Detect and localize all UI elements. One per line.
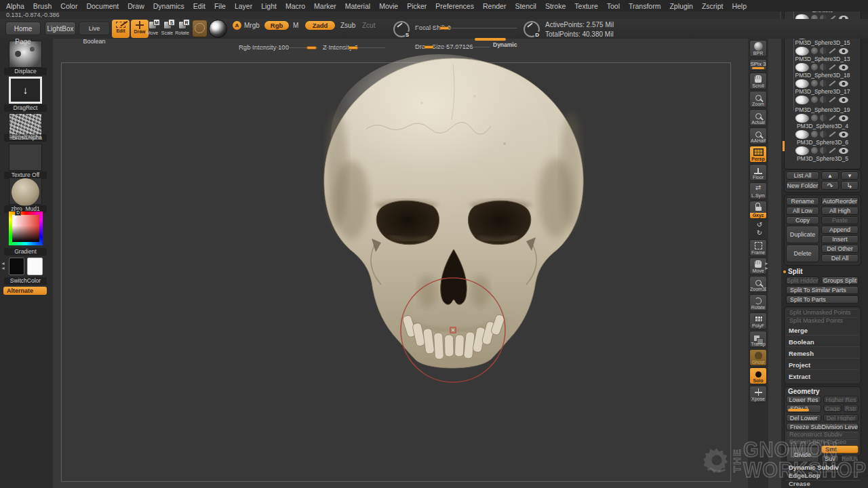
texture-thumbnail[interactable] — [9, 144, 42, 171]
append-button[interactable]: Append — [821, 226, 859, 234]
menu-dynamics[interactable]: Dynamics — [153, 2, 184, 10]
skull-model[interactable] — [0, 0, 868, 488]
m-button[interactable]: M — [293, 22, 298, 29]
subtool-name[interactable]: PM3D_Sphere3D_6 — [785, 139, 861, 146]
uv-icon[interactable] — [820, 64, 827, 70]
subtool-item[interactable] — [795, 129, 858, 139]
freeze-subdivision-button[interactable]: Freeze SubDivision Levels — [786, 423, 859, 430]
zadd-button[interactable]: Zadd — [305, 21, 335, 30]
color-picker[interactable]: D — [9, 211, 43, 245]
sculpt-icon[interactable] — [829, 81, 836, 86]
geometry-section-header[interactable]: Geometry — [788, 388, 820, 395]
transparency-button[interactable]: Transp — [749, 331, 767, 348]
uv-icon[interactable] — [820, 131, 827, 138]
live-boolean-button[interactable]: Live Boolean — [79, 22, 110, 35]
duplicate-button[interactable]: Duplicate — [786, 226, 819, 243]
subtool-down-button[interactable]: ▼ — [841, 171, 859, 180]
divide-button[interactable]: Divide — [786, 447, 819, 462]
uv-icon[interactable] — [820, 96, 827, 103]
all-low-button[interactable]: All Low — [786, 207, 819, 215]
scale-button[interactable]: S Scale — [160, 20, 174, 38]
subtool-item[interactable] — [795, 113, 858, 123]
delete-button[interactable]: Delete — [786, 245, 819, 262]
anchor-a-badge[interactable]: A — [233, 21, 241, 30]
visibility-eye-icon[interactable] — [839, 97, 848, 103]
menu-macro[interactable]: Macro — [285, 2, 305, 10]
zoom3d-button[interactable]: Zoom3D — [749, 276, 767, 293]
del-all-button[interactable]: Del All — [821, 254, 859, 262]
frame-button[interactable]: Frame — [749, 239, 767, 256]
slider-handle[interactable] — [424, 45, 434, 49]
stroke-thumbnail[interactable]: ↓ — [9, 77, 42, 104]
slider-handle[interactable] — [439, 26, 450, 30]
split-section-header[interactable]: Split — [788, 268, 803, 275]
d-dial-icon[interactable]: D — [524, 21, 540, 37]
subtool-name[interactable]: PM3D_Sphere3D_19 — [785, 106, 861, 113]
zsub-button[interactable]: Zsub — [340, 22, 355, 29]
rotate-right-icon[interactable]: ↻ — [754, 230, 765, 237]
xpose-button[interactable]: Xpose — [749, 386, 767, 403]
suv-toggle[interactable]: Suv — [821, 455, 839, 462]
viewport-canvas[interactable] — [45, 39, 781, 488]
uv-icon[interactable] — [820, 80, 827, 87]
lower-res-button[interactable]: Lower Res — [786, 396, 821, 403]
menu-tool[interactable]: Tool — [607, 2, 620, 10]
mrgb-button[interactable]: Mrgb — [244, 22, 260, 29]
polypaint-icon[interactable] — [811, 64, 818, 70]
move-to-folder-icon[interactable]: ↷ — [821, 181, 839, 190]
menu-layer[interactable]: Layer — [235, 2, 252, 10]
current-material-sphere[interactable] — [209, 20, 227, 38]
split-hidden-button[interactable]: Split Hidden — [786, 277, 819, 285]
split-unmasked-button[interactable]: Split Unmasked Points — [786, 309, 859, 317]
remesh-section[interactable]: Remesh — [786, 350, 859, 359]
polypaint-icon[interactable] — [811, 80, 818, 87]
material-thumbnail[interactable] — [9, 178, 42, 205]
switchcolor-button[interactable]: SwitchColor — [4, 277, 47, 285]
subtool-name[interactable]: PM3D_Sphere3D_18 — [785, 72, 861, 79]
current-brush-icon[interactable] — [192, 20, 208, 37]
visibility-eye-icon[interactable] — [839, 81, 848, 87]
menu-texture[interactable]: Texture — [574, 2, 597, 10]
alternate-button[interactable]: Alternate — [3, 287, 47, 295]
menu-zscript[interactable]: Zscript — [702, 2, 724, 10]
subtool-name[interactable]: PM3D_Sphere3D_15 — [785, 39, 861, 46]
ghost-button[interactable]: Ghost — [749, 349, 767, 366]
polypaint-icon[interactable] — [811, 131, 818, 138]
rotate-3d-button[interactable]: Rotate — [749, 294, 767, 311]
divider-collapse-arrows[interactable]: ►► — [764, 261, 769, 270]
sculpt-icon[interactable] — [829, 97, 836, 102]
sculpt-icon[interactable] — [829, 115, 836, 121]
solo-button[interactable]: Solo — [749, 367, 767, 384]
z-intensity-slider[interactable]: Z Intensity 6 — [323, 40, 385, 49]
paste-button[interactable]: Paste — [821, 216, 859, 224]
subtool-item[interactable] — [795, 79, 858, 88]
subtool-item[interactable] — [795, 95, 858, 104]
new-folder-button[interactable]: New Folder — [786, 181, 819, 190]
local-symmetry-button[interactable]: ⇄ L.Sym — [749, 182, 767, 199]
del-higher-button[interactable]: Del Higher — [823, 414, 859, 422]
cage-button[interactable]: Cage — [823, 405, 842, 412]
reconstruct-subdiv-button[interactable]: Reconstruct Subdiv — [786, 432, 859, 439]
zoom-button[interactable]: Zoom — [749, 91, 767, 108]
menu-stencil[interactable]: Stencil — [515, 2, 536, 10]
project-section[interactable]: Project — [786, 361, 859, 370]
sculpt-icon[interactable] — [829, 148, 836, 153]
subtool-item[interactable] — [795, 46, 858, 56]
dynamic-subdiv-section[interactable]: Dynamic Subdiv — [786, 464, 861, 472]
boolean-section[interactable]: Boolean — [786, 338, 859, 347]
edit-button[interactable]: Edit — [112, 20, 130, 38]
menu-color[interactable]: Color — [60, 2, 77, 10]
scroll-button[interactable]: Scroll — [749, 73, 767, 89]
menu-draw[interactable]: Draw — [127, 2, 144, 10]
polypaint-icon[interactable] — [811, 147, 818, 154]
subtool-name[interactable]: PM3D_Sphere3D_13 — [785, 56, 861, 62]
uv-icon[interactable] — [820, 147, 827, 154]
rotate-left-icon[interactable]: ↺ — [754, 222, 765, 229]
visibility-eye-icon[interactable] — [839, 148, 848, 154]
sdiv-slider[interactable]: SDiv 2 — [786, 405, 821, 413]
main-color-swatch[interactable] — [9, 258, 24, 275]
move-out-folder-icon[interactable]: ↳ — [841, 181, 859, 190]
menu-zplugin[interactable]: Zplugin — [669, 2, 692, 10]
uv-icon[interactable] — [820, 115, 827, 121]
polypaint-icon[interactable] — [811, 115, 818, 121]
